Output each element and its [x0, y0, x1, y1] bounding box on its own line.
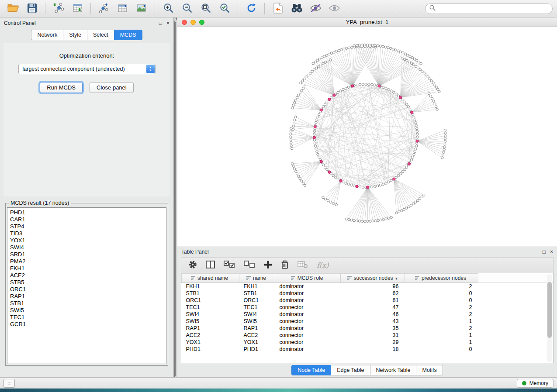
mcds-result-item[interactable]: PMA2 — [10, 258, 166, 265]
export-table-icon — [118, 3, 128, 15]
function-builder-button[interactable]: f(x) — [317, 259, 329, 272]
select-all-columns-button[interactable] — [224, 259, 235, 272]
main-area: Control Panel □ × NetworkStyleSelectMCDS… — [0, 17, 557, 377]
tab-edge-table[interactable]: Edge Table — [331, 365, 370, 375]
open-file-button[interactable] — [4, 1, 22, 16]
column-header-successor-nodes[interactable]: successor nodes▼ — [341, 274, 405, 283]
share-document-icon — [273, 3, 283, 15]
memory-button[interactable]: Memory — [517, 379, 554, 388]
zoom-fit-button[interactable] — [197, 1, 214, 16]
refresh-view-button[interactable] — [242, 1, 260, 16]
mcds-result-item[interactable]: FKH1 — [10, 265, 166, 272]
table-row[interactable]: SWI5SWI5connector431 — [182, 318, 554, 325]
table-row[interactable]: STB1STB1dominator620 — [182, 290, 554, 297]
tab-motifs[interactable]: Motifs — [416, 365, 443, 375]
tab-network-table[interactable]: Network Table — [370, 365, 416, 375]
panel-splitter[interactable] — [174, 17, 177, 377]
status-menu-button[interactable]: ≡ — [3, 379, 15, 388]
delete-table-button[interactable] — [298, 259, 308, 272]
mcds-result-box: MCDS result (17 nodes) PHD1CAR1STP4TID3Y… — [5, 200, 168, 366]
column-header-shared-name[interactable]: shared name — [182, 274, 239, 283]
table-row[interactable]: FKH1FKH1dominator962 — [182, 283, 554, 290]
export-table-button[interactable] — [114, 1, 131, 16]
close-panel-button[interactable]: Close panel — [90, 82, 134, 93]
show-columns-button[interactable] — [206, 259, 215, 272]
mcds-result-item[interactable]: YOX1 — [10, 237, 166, 244]
tab-node-table[interactable]: Node Table — [291, 365, 331, 375]
show-selection-button[interactable] — [325, 1, 343, 16]
scrollbar-thumb[interactable] — [547, 282, 552, 338]
network-titlebar: YPA_prune.txt_1 — [177, 17, 557, 27]
network-view-window: YPA_prune.txt_1 — [177, 17, 557, 246]
network-graph — [177, 27, 557, 246]
table-row[interactable]: TEC1TEC1connector472 — [182, 304, 554, 311]
close-panel-icon[interactable]: × — [550, 249, 553, 254]
mcds-result-item[interactable]: TID3 — [10, 230, 166, 237]
mcds-result-item[interactable]: ACE2 — [10, 272, 166, 279]
zoom-in-button[interactable] — [159, 1, 177, 16]
search-input[interactable] — [438, 6, 548, 12]
criterion-dropdown[interactable]: largest connected component (undirected)… — [18, 64, 156, 74]
dropdown-stepper-icon: ▲▼ — [146, 65, 155, 73]
search-network-button[interactable] — [288, 1, 305, 16]
create-column-button[interactable] — [264, 259, 272, 272]
table-settings-button[interactable] — [188, 259, 197, 272]
table-delete-icon — [298, 261, 308, 270]
mcds-result-item[interactable]: GCR1 — [10, 321, 166, 328]
export-network-button[interactable] — [95, 1, 113, 16]
tab-style[interactable]: Style — [63, 30, 87, 40]
node-table: shared namenameMCDS rolesuccessor nodes▼… — [181, 273, 554, 363]
import-network-button[interactable] — [50, 1, 67, 16]
table-row[interactable]: YOX1YOX1connector291 — [182, 339, 554, 346]
hide-selection-button[interactable] — [307, 1, 324, 16]
tab-network[interactable]: Network — [31, 30, 63, 40]
import-table-button[interactable] — [69, 1, 86, 16]
export-network-icon — [98, 3, 110, 15]
table-scrollbar[interactable] — [547, 274, 552, 362]
mcds-result-item[interactable]: TEC1 — [10, 314, 166, 321]
minimize-window-icon[interactable] — [190, 20, 196, 25]
share-document-button[interactable] — [269, 1, 287, 16]
mcds-result-item[interactable]: SWI4 — [10, 244, 166, 251]
tab-mcds[interactable]: MCDS — [114, 30, 142, 40]
close-panel-icon[interactable]: × — [166, 21, 170, 26]
table-row[interactable]: ORC1ORC1dominator610 — [182, 297, 554, 304]
float-panel-icon[interactable]: □ — [543, 249, 546, 254]
unchecked-boxes-icon — [244, 261, 255, 270]
table-panel-title: Table Panel — [181, 249, 209, 255]
zoom-selected-button[interactable] — [216, 1, 233, 16]
mcds-result-item[interactable]: RAP1 — [10, 293, 166, 300]
import-table-icon — [72, 3, 83, 15]
save-session-button[interactable] — [23, 1, 41, 16]
mcds-result-item[interactable]: CAR1 — [10, 216, 166, 223]
column-header-name[interactable]: name — [239, 274, 275, 283]
table-row[interactable]: ACE2ACE2connector311 — [182, 332, 554, 339]
export-image-button[interactable] — [133, 1, 150, 16]
close-window-icon[interactable] — [182, 20, 187, 25]
table-row[interactable]: RAP1RAP1dominator352 — [182, 325, 554, 332]
mcds-result-item[interactable]: STB5 — [10, 279, 166, 286]
mcds-result-item[interactable]: SWI5 — [10, 307, 166, 314]
mcds-result-item[interactable]: STP4 — [10, 223, 166, 230]
mcds-result-item[interactable]: STB1 — [10, 300, 166, 307]
maximize-window-icon[interactable] — [199, 20, 204, 25]
eye-icon — [329, 3, 340, 14]
delete-column-button[interactable] — [281, 259, 289, 272]
column-header-MCDS-role[interactable]: MCDS role — [275, 274, 341, 283]
network-canvas[interactable] — [177, 27, 557, 246]
column-header-predecessor-nodes[interactable]: predecessor nodes — [405, 274, 478, 283]
tab-select[interactable]: Select — [87, 30, 114, 40]
mcds-result-item[interactable]: SRD1 — [10, 251, 166, 258]
table-row[interactable]: PHD1PHD1dominator180 — [182, 346, 554, 353]
mcds-result-item[interactable]: ORC1 — [10, 286, 166, 293]
binoculars-icon — [291, 3, 303, 14]
unselect-all-columns-button[interactable] — [244, 259, 255, 272]
table-row[interactable]: SWI4SWI4dominator462 — [182, 311, 554, 318]
toolbar-separator — [264, 3, 265, 14]
run-mcds-button[interactable]: Run MCDS — [40, 82, 83, 93]
mcds-result-list: PHD1CAR1STP4TID3YOX1SWI4SRD1PMA2FKH1ACE2… — [7, 207, 166, 364]
float-panel-icon[interactable]: □ — [159, 21, 162, 26]
zoom-out-button[interactable] — [178, 1, 196, 16]
network-title: YPA_prune.txt_1 — [177, 19, 557, 25]
mcds-result-item[interactable]: PHD1 — [10, 209, 166, 216]
